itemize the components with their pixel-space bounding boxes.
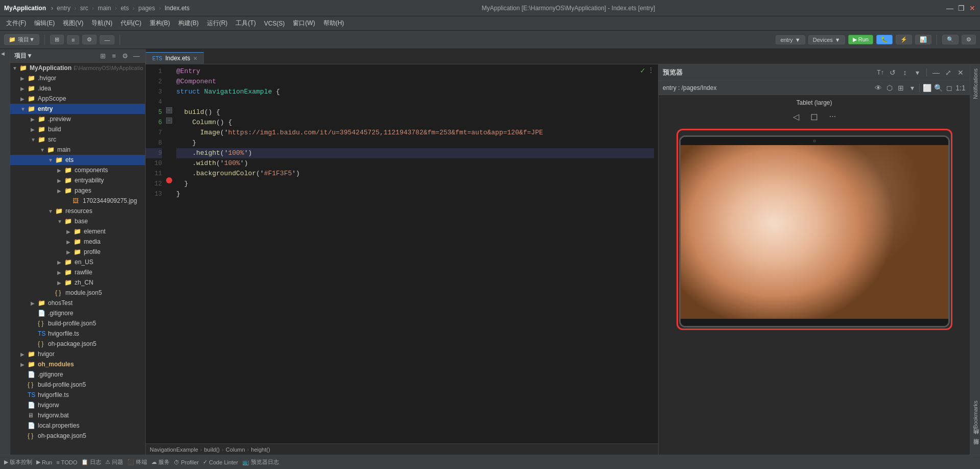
right-icon-todo[interactable]: 帮助 bbox=[972, 445, 979, 453]
preview-refresh-btn[interactable]: ↺ bbox=[888, 67, 898, 78]
preview-dropdown-btn[interactable]: ▾ bbox=[907, 83, 917, 93]
tree-item-entry[interactable]: ▼ 📁 entry bbox=[10, 104, 145, 114]
bottom-run[interactable]: ▶ Run bbox=[36, 459, 52, 465]
tree-item-profile[interactable]: ▶ 📁 profile bbox=[10, 247, 145, 257]
preview-zoom-out-btn[interactable]: ◻ bbox=[944, 83, 954, 93]
tree-item-src[interactable]: ▼ 📁 src bbox=[10, 134, 145, 145]
bottom-vcs[interactable]: ▶ 版本控制 bbox=[4, 458, 32, 466]
bottom-service[interactable]: ☁ 服务 bbox=[151, 458, 170, 466]
entry-dropdown[interactable]: entry ▼ bbox=[776, 35, 805, 44]
menu-help[interactable]: 帮助(H) bbox=[319, 18, 348, 29]
tree-item-ets[interactable]: ▼ 📁 ets bbox=[10, 155, 145, 165]
tree-item-oh-package2[interactable]: { } oh-package.json5 bbox=[10, 431, 145, 441]
bc-main[interactable]: main bbox=[98, 5, 111, 12]
tree-item-oh-modules[interactable]: ▶ 📁 oh_modules bbox=[10, 359, 145, 369]
bottom-preview-log[interactable]: 📺 预览器日志 bbox=[242, 458, 279, 466]
preview-sync-btn[interactable]: ↕ bbox=[900, 67, 910, 78]
tree-item-hvigorfile2[interactable]: TS hvigorfile.ts bbox=[10, 390, 145, 400]
no-devices-dropdown[interactable]: Devices ▼ bbox=[808, 35, 845, 44]
menu-edit[interactable]: 编辑(E) bbox=[30, 18, 59, 29]
tree-item-appscope[interactable]: ▶ 📁 AppScope bbox=[10, 93, 145, 104]
settings2-btn[interactable]: ⚙ bbox=[962, 35, 976, 44]
sidebar-btn2[interactable]: ≡ bbox=[109, 51, 119, 60]
tree-item-main[interactable]: ▼ 📁 main bbox=[10, 145, 145, 155]
tree-item-oh-package[interactable]: { } oh-package.json5 bbox=[10, 339, 145, 349]
tree-item-gitignore2[interactable]: 📄 .gitignore bbox=[10, 369, 145, 380]
preview-font-btn[interactable]: T↑ bbox=[875, 67, 885, 78]
tree-item-ohostest[interactable]: ▶ 📁 ohosTest bbox=[10, 298, 145, 308]
tree-item-hvigorfile-ts[interactable]: TS hvigorfile.ts bbox=[10, 329, 145, 339]
bottom-log[interactable]: 📋 日志 bbox=[81, 458, 101, 466]
menu-view[interactable]: 视图(V) bbox=[59, 18, 87, 29]
settings-btn[interactable]: ⚙ bbox=[82, 35, 97, 44]
right-icon-structure[interactable]: 结构 bbox=[972, 435, 979, 442]
tree-item-hvigor-root[interactable]: ▶ 📁 hvigor bbox=[10, 349, 145, 359]
tree-item-build-profile2[interactable]: { } build-profile.json5 bbox=[10, 380, 145, 390]
tab-index-ets[interactable]: ETS Index.ets ✕ bbox=[146, 52, 204, 64]
bottom-profiler[interactable]: ⏱ Profiler bbox=[174, 459, 199, 465]
preview-eye-btn[interactable]: 👁 bbox=[873, 83, 883, 93]
right-icon-notification[interactable]: Notifications bbox=[972, 66, 979, 103]
preview-minimize-btn[interactable]: — bbox=[931, 67, 941, 78]
preview-expand-btn[interactable]: ⤢ bbox=[943, 67, 953, 78]
bottom-terminal[interactable]: ⬛ 终端 bbox=[127, 458, 147, 466]
profile-btn[interactable]: ⚡ bbox=[896, 35, 912, 44]
bc-col[interactable]: Column bbox=[226, 447, 245, 453]
layout-btn[interactable]: ⊞ bbox=[50, 35, 64, 44]
tree-item-element[interactable]: ▶ 📁 element bbox=[10, 226, 145, 237]
bc-nav-example[interactable]: NavigationExample bbox=[150, 447, 198, 453]
bc-entry[interactable]: entry bbox=[57, 5, 71, 12]
bc-src[interactable]: src bbox=[80, 5, 88, 12]
nav-back-btn[interactable]: ◁ bbox=[790, 110, 802, 123]
tree-item-build[interactable]: ▶ 📁 build bbox=[10, 124, 145, 134]
preview-1to1-btn[interactable]: 1:1 bbox=[955, 83, 966, 93]
close-button[interactable]: ✕ bbox=[969, 5, 976, 12]
tree-item-base[interactable]: ▼ 📁 base bbox=[10, 216, 145, 226]
tree-item-idea[interactable]: ▶ 📁 .idea bbox=[10, 83, 145, 93]
menu-window[interactable]: 窗口(W) bbox=[289, 18, 319, 29]
menu-code[interactable]: 代码(C) bbox=[116, 18, 146, 29]
tree-item-entryability[interactable]: ▶ 📁 entryability bbox=[10, 175, 145, 185]
project-btn[interactable]: 📁 项目▼ bbox=[4, 34, 39, 45]
tree-item-hvigorw-bat[interactable]: 🖥 hvigorw.bat bbox=[10, 410, 145, 420]
fold-btn-column[interactable]: − bbox=[166, 118, 172, 124]
sidebar-btn1[interactable]: ⊞ bbox=[98, 51, 107, 60]
tree-item-myapp[interactable]: ▼ 📁 MyApplication E\HarmonyOS\MyApplicat… bbox=[10, 63, 145, 73]
bottom-todo[interactable]: ≡ TODO bbox=[56, 459, 77, 465]
tree-item-en-us[interactable]: ▶ 📁 en_US bbox=[10, 257, 145, 267]
list-btn[interactable]: ≡ bbox=[67, 35, 79, 44]
tree-item-hvigor[interactable]: ▶ 📁 .hvigor bbox=[10, 73, 145, 83]
search-btn[interactable]: 🔍 bbox=[942, 35, 959, 44]
tree-item-pages[interactable]: ▶ 📁 pages bbox=[10, 185, 145, 196]
run-button[interactable]: ▶ Run bbox=[848, 35, 873, 44]
preview-close-btn[interactable]: ✕ bbox=[955, 67, 966, 78]
tree-item-hvigorw[interactable]: 📄 hvigorw bbox=[10, 400, 145, 410]
tree-item-media[interactable]: ▶ 📁 media bbox=[10, 237, 145, 247]
tree-item-gitignore[interactable]: 📄 .gitignore bbox=[10, 308, 145, 318]
menu-file[interactable]: 文件(F) bbox=[2, 18, 30, 29]
menu-run[interactable]: 运行(R) bbox=[203, 18, 232, 29]
minimize-button[interactable]: — bbox=[946, 5, 953, 12]
bc-height[interactable]: height() bbox=[251, 447, 270, 453]
preview-zoom-in-btn[interactable]: 🔍 bbox=[933, 83, 943, 93]
restore-button[interactable]: ❐ bbox=[958, 5, 965, 12]
tab-close-btn[interactable]: ✕ bbox=[193, 56, 197, 61]
tree-item-rawfile[interactable]: ▶ 📁 rawfile bbox=[10, 267, 145, 277]
left-icon1[interactable]: ◀ bbox=[1, 51, 9, 59]
coverage-btn[interactable]: 📊 bbox=[915, 35, 931, 44]
bottom-linter[interactable]: ✓ Code Linter bbox=[203, 459, 238, 465]
menu-nav[interactable]: 导航(N) bbox=[87, 18, 116, 29]
menu-vcs[interactable]: VCS(S) bbox=[260, 19, 289, 28]
right-icon-bookmarks[interactable]: Bookmarks bbox=[972, 398, 979, 432]
menu-tools[interactable]: 工具(T) bbox=[231, 18, 260, 29]
bc-file[interactable]: Index.ets bbox=[165, 5, 190, 12]
bc-build[interactable]: build() bbox=[204, 447, 220, 453]
tree-item-zh-cn[interactable]: ▶ 📁 zh_CN bbox=[10, 277, 145, 288]
bottom-warn[interactable]: ⚠ 问题 bbox=[105, 458, 123, 466]
debug-btn[interactable]: 🐛 bbox=[876, 35, 893, 44]
tree-item-build-profile[interactable]: { } build-profile.json5 bbox=[10, 318, 145, 329]
menu-build[interactable]: 构建(B) bbox=[174, 18, 203, 29]
tree-item-preview[interactable]: ▶ 📁 .preview bbox=[10, 114, 145, 124]
tree-item-components[interactable]: ▶ 📁 components bbox=[10, 165, 145, 175]
tree-item-img[interactable]: 🖼 1702344909275.jpg bbox=[10, 196, 145, 206]
